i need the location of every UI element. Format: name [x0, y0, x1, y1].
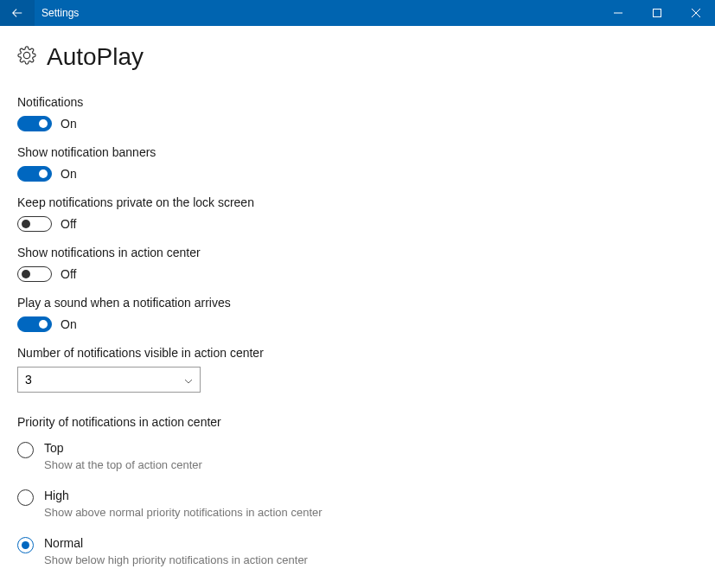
close-icon [692, 9, 700, 17]
setting-label: Show notifications in action center [17, 246, 698, 259]
maximize-icon [653, 9, 661, 17]
radio-high[interactable] [17, 489, 34, 506]
setting-label: Play a sound when a notification arrives [17, 296, 698, 310]
titlebar: Settings [0, 0, 715, 26]
gear-icon [17, 46, 36, 68]
toggle-action-center[interactable] [17, 266, 52, 282]
setting-label: Notifications [17, 95, 698, 109]
toggle-state: On [61, 317, 77, 331]
toggle-state: Off [61, 267, 76, 281]
toggle-state: On [61, 117, 77, 131]
close-button[interactable] [676, 0, 715, 26]
content: AutoPlay Notifications On Show notificat… [0, 26, 715, 588]
setting-label: Keep notifications private on the lock s… [17, 195, 698, 209]
minimize-button[interactable] [598, 0, 637, 26]
toggle-private-lock[interactable] [17, 216, 52, 232]
radio-top[interactable] [17, 442, 34, 458]
page-title: AutoPlay [47, 43, 144, 71]
setting-count: Number of notifications visible in actio… [17, 346, 698, 393]
svg-rect-0 [653, 10, 661, 17]
toggle-state: On [61, 167, 77, 181]
toggle-banners[interactable] [17, 166, 52, 182]
priority-option-high[interactable]: High Show above normal priority notifica… [17, 489, 698, 519]
back-arrow-icon [11, 7, 23, 19]
setting-label: Number of notifications visible in actio… [17, 346, 698, 360]
toggle-notifications[interactable] [17, 116, 52, 131]
window-title: Settings [35, 7, 598, 19]
radio-label: Top [44, 441, 202, 455]
radio-normal[interactable] [17, 537, 34, 553]
radio-desc: Show above normal priority notifications… [44, 506, 322, 519]
radio-label: Normal [44, 536, 308, 550]
toggle-state: Off [61, 217, 76, 231]
radio-desc: Show below high priority notifications i… [44, 553, 308, 566]
back-button[interactable] [0, 0, 35, 26]
setting-notifications: Notifications On [17, 95, 698, 131]
notification-count-select[interactable]: 3 [17, 367, 201, 393]
maximize-button[interactable] [637, 0, 676, 26]
setting-action-center: Show notifications in action center Off [17, 246, 698, 282]
setting-sound: Play a sound when a notification arrives… [17, 296, 698, 332]
setting-label: Show notification banners [17, 145, 698, 159]
setting-banners: Show notification banners On [17, 145, 698, 182]
select-value: 3 [25, 373, 32, 387]
priority-option-normal[interactable]: Normal Show below high priority notifica… [17, 536, 698, 566]
chevron-down-icon [184, 373, 193, 387]
priority-heading: Priority of notifications in action cent… [17, 415, 698, 429]
setting-private-lock: Keep notifications private on the lock s… [17, 195, 698, 232]
radio-label: High [44, 489, 322, 502]
toggle-sound[interactable] [17, 316, 52, 332]
priority-option-top[interactable]: Top Show at the top of action center [17, 441, 698, 471]
radio-desc: Show at the top of action center [44, 458, 202, 471]
page-header: AutoPlay [17, 43, 698, 71]
window-controls [598, 0, 715, 26]
minimize-icon [614, 9, 622, 17]
